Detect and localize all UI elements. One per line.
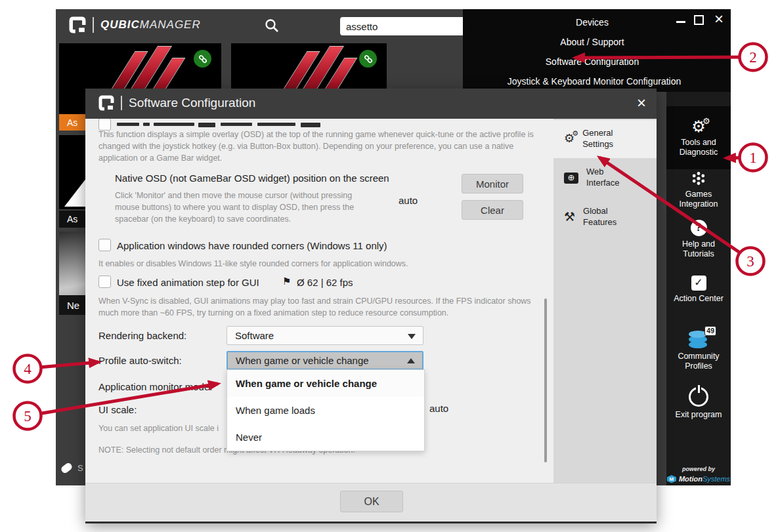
- tag-row-label: S: [77, 463, 83, 473]
- menu-item-software-configuration[interactable]: Software Configuration: [490, 56, 694, 67]
- qubic-logo-icon: [98, 95, 114, 111]
- profile-auto-switch-dropdown: When game or vehicle change When game lo…: [227, 369, 425, 451]
- main-menu: Devices About / Support Software Configu…: [463, 9, 731, 92]
- dialog-close-icon[interactable]: ×: [637, 95, 646, 111]
- screenshot-root: { "top_bar": { "brand_bold": "QUBIC", "b…: [0, 0, 778, 532]
- osd-position-value: auto: [399, 195, 418, 206]
- powered-by-motionsystems: powered by M MotionSystems: [666, 460, 731, 489]
- fixed-animation-description: When V-Sync is disabled, GUI animations …: [98, 296, 538, 319]
- sidebar: ⚙⚙ Tools and Diagnostic Games Integratio…: [666, 92, 731, 485]
- tag-icon: [60, 462, 73, 474]
- osd-intro-text: This function displays a simple overlay …: [98, 129, 542, 164]
- chevron-down-icon: [408, 334, 416, 339]
- monitor-button[interactable]: Monitor: [462, 174, 523, 194]
- brand-divider: [93, 17, 94, 33]
- annotation-circle-2: [740, 44, 767, 71]
- fixed-animation-label: Use fixed animation step for GUI: [117, 277, 259, 288]
- linked-icon: [359, 50, 377, 68]
- sidebar-item-games-integration[interactable]: Games Integration: [666, 169, 731, 210]
- dropdown-option-when-game-or-vehicle-change[interactable]: When game or vehicle change: [227, 370, 424, 397]
- clipped-text-fragment: [301, 123, 320, 127]
- tab-general-settings[interactable]: ⚙⚙ General Settings: [553, 120, 657, 158]
- dialog-tab-panel: ⚙⚙ General Settings ⊕ Web Interface ⚒ Gl…: [553, 119, 657, 483]
- dropdown-option-never[interactable]: Never: [227, 424, 424, 451]
- clipped-text-fragment: [257, 123, 295, 126]
- profile-auto-switch-select[interactable]: When game or vehicle change: [227, 351, 423, 370]
- clipped-text-fragment: [154, 123, 194, 126]
- dots-cluster-icon: [690, 171, 707, 186]
- rounded-corners-label: Application windows have rounded corners…: [117, 240, 387, 251]
- dialog-footer: OK: [85, 483, 657, 522]
- tools-icon: ⚒: [564, 209, 575, 226]
- ok-button[interactable]: OK: [340, 491, 403, 512]
- annotation-circle-4: [14, 356, 41, 382]
- chevron-up-icon: [407, 358, 415, 363]
- dialog-title-bar: Software Configuration ×: [85, 89, 657, 119]
- sidebar-item-exit-program[interactable]: Exit program: [666, 382, 731, 425]
- profile-auto-switch-label: Profile auto-switch:: [98, 355, 182, 366]
- linked-icon: [194, 50, 211, 68]
- dialog-title: Software Configuration: [129, 96, 255, 110]
- motionsystems-logo-icon: M: [667, 475, 676, 483]
- annotation-number-2: 2: [749, 49, 757, 66]
- osd-description: Click 'Monitor' and then move the mouse …: [115, 190, 371, 225]
- ui-scale-value: auto: [429, 403, 448, 414]
- web-monitor-icon: ⊕: [564, 173, 578, 184]
- clipped-text-fragment: [221, 123, 252, 126]
- gears-icon: ⚙⚙: [564, 131, 574, 146]
- power-icon: [689, 387, 708, 407]
- dialog-scrollbar[interactable]: [544, 298, 547, 462]
- annotation-number-1: 1: [749, 150, 757, 166]
- annotation-circle-1: [740, 144, 767, 171]
- brand-name-bold: QUBIC: [100, 18, 140, 31]
- qubic-logo-icon: [69, 16, 86, 33]
- count-badge: 49: [704, 326, 716, 335]
- sidebar-item-help-and-tutorials[interactable]: ? Help and Tutorials: [666, 218, 731, 261]
- clipped-text-fragment: [198, 123, 215, 127]
- annotation-number-5: 5: [24, 408, 32, 424]
- game-logo-shape: [64, 178, 87, 207]
- title-divider: [121, 96, 122, 110]
- minimize-icon[interactable]: [676, 21, 685, 23]
- app-logo: QUBICMANAGER: [69, 16, 201, 33]
- question-circle-icon: ?: [691, 220, 707, 236]
- database-icon: 49: [689, 331, 708, 348]
- sidebar-item-community-profiles[interactable]: 49 Community Profiles: [666, 328, 731, 374]
- software-configuration-dialog: Software Configuration × This function d…: [85, 89, 657, 523]
- check-square-icon: ✓: [691, 276, 706, 291]
- search-icon: [264, 18, 280, 33]
- tab-global-features[interactable]: ⚒ Global Features: [553, 197, 657, 237]
- brand-name-light: MANAGER: [140, 18, 201, 31]
- tag-filter-row[interactable]: S: [61, 463, 83, 473]
- osd-heading: Native OSD (not GameBar OSD widget) posi…: [115, 173, 389, 184]
- tab-web-interface[interactable]: ⊕ Web Interface: [553, 158, 657, 197]
- dropdown-option-when-game-loads[interactable]: When game loads: [227, 397, 424, 424]
- menu-item-joystick-keyboard-monitor[interactable]: Joystick & Keyboard Monitor Configuratio…: [463, 76, 725, 87]
- annotation-circle-5: [14, 403, 41, 430]
- sidebar-item-tools-and-diagnostic[interactable]: ⚙⚙ Tools and Diagnostic: [666, 106, 731, 169]
- rounded-corners-checkbox[interactable]: [98, 239, 111, 251]
- flag-icon: ⚑: [282, 276, 291, 287]
- menu-item-about-support[interactable]: About / Support: [490, 37, 694, 47]
- clipped-checkbox[interactable]: [98, 118, 111, 131]
- gears-icon: ⚙⚙: [691, 119, 706, 134]
- clipped-text-fragment: [117, 123, 139, 126]
- clipped-text-fragment: [143, 123, 150, 126]
- fixed-animation-checkbox[interactable]: [98, 276, 111, 288]
- annotation-circle-3: [737, 248, 764, 275]
- fps-indicator-value: Ø 62 | 62 fps: [297, 277, 353, 288]
- menu-item-devices[interactable]: Devices: [490, 17, 694, 28]
- annotation-number-4: 4: [24, 361, 32, 377]
- rendering-backend-select[interactable]: Software: [227, 326, 423, 345]
- clear-button[interactable]: Clear: [462, 200, 523, 220]
- maximize-icon[interactable]: [694, 15, 704, 25]
- sidebar-item-action-center[interactable]: ✓ Action Center: [666, 268, 731, 311]
- application-monitor-mode-label: Application monitor mode:: [98, 381, 212, 392]
- annotation-number-3: 3: [746, 253, 754, 270]
- ui-scale-label: UI scale:: [98, 404, 137, 415]
- close-icon[interactable]: ×: [714, 10, 724, 28]
- rendering-backend-label: Rendering backend:: [98, 330, 186, 341]
- rounded-corners-description: It enables or disables Windows 11-like s…: [98, 258, 519, 270]
